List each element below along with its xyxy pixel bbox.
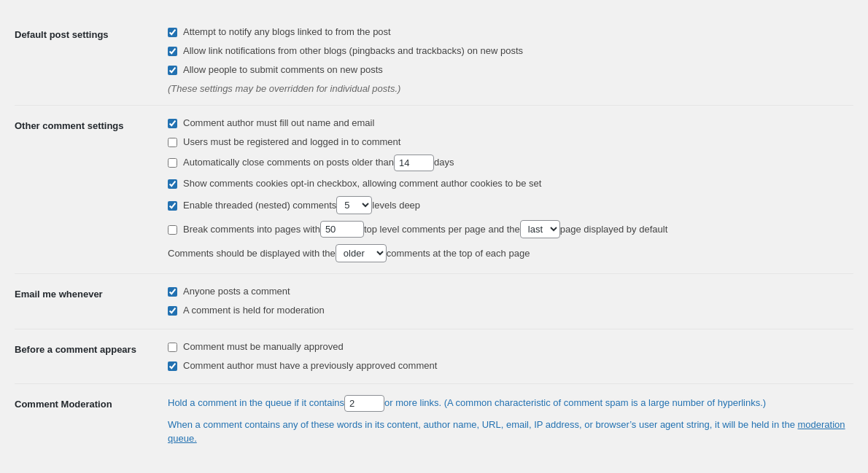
note-text: (These settings may be overridden for in… [168, 83, 846, 94]
checkbox-row: Users must be registered and logged in t… [168, 136, 846, 149]
checkbox-input[interactable] [168, 138, 177, 147]
after-text: comments at the top of each page [387, 247, 530, 260]
middle-text: top level comments per page and the [364, 223, 520, 236]
section-label-comment-moderation: Comment Moderation [15, 383, 160, 457]
checkbox-row: Allow link notifications from other blog… [168, 44, 846, 58]
checkbox-input[interactable] [168, 306, 177, 316]
section-label-before-comment-appears: Before a comment appears [15, 329, 160, 383]
description-row: When a comment contains any of these wor… [168, 418, 846, 446]
after-text: or more links. (A common characteristic … [384, 396, 766, 410]
text-with-input-row: Hold a comment in the queue if it contai… [168, 395, 846, 412]
after-text: page displayed by default [560, 223, 667, 236]
checkbox-row: Comment must be manually approved [168, 340, 846, 353]
section-label-email-me-whenever: Email me whenever [15, 274, 160, 329]
checkbox-row: Attempt to notify any blogs linked to fr… [168, 26, 846, 39]
description-before: When a comment contains any of these wor… [168, 419, 797, 430]
inline-number-input[interactable] [394, 155, 434, 171]
checkbox-row: Comment author must fill out name and em… [168, 117, 846, 130]
checkbox-input[interactable] [168, 225, 177, 235]
section-content-other-comment-settings: Comment author must fill out name and em… [160, 105, 853, 274]
checkbox-input[interactable] [168, 158, 177, 168]
before-text: Comments should be displayed with the [168, 247, 336, 260]
after-text: levels deep [372, 199, 420, 212]
checkbox-input[interactable] [168, 66, 177, 75]
section-content-before-comment-appears: Comment must be manually approvedComment… [160, 329, 853, 383]
checkbox-row: Show comments cookies opt-in checkbox, a… [168, 177, 846, 190]
inline-select[interactable]: lastfirst [520, 220, 560, 238]
inline-select[interactable]: 12345678910 [336, 196, 372, 214]
before-text: Hold a comment in the queue if it contai… [168, 396, 344, 410]
section-content-email-me-whenever: Anyone posts a commentA comment is held … [160, 274, 853, 329]
settings-section-comment-moderation: Comment ModerationHold a comment in the … [15, 383, 853, 457]
checkbox-input[interactable] [168, 179, 177, 189]
checkbox-label: Allow people to submit comments on new p… [183, 63, 383, 77]
checkbox-with-input-select-row: Break comments into pages with top level… [168, 220, 846, 238]
checkbox-row: Allow people to submit comments on new p… [168, 63, 846, 77]
settings-section-other-comment-settings: Other comment settingsComment author mus… [15, 105, 853, 274]
checkbox-label: Allow link notifications from other blog… [183, 44, 523, 58]
checkbox-input[interactable] [168, 28, 177, 37]
settings-table: Default post settingsAttempt to notify a… [15, 15, 853, 457]
settings-section-default-post-settings: Default post settingsAttempt to notify a… [15, 15, 853, 105]
checkbox-label: Comment author must fill out name and em… [183, 117, 374, 130]
section-label-default-post-settings: Default post settings [15, 15, 160, 105]
section-content-comment-moderation: Hold a comment in the queue if it contai… [160, 383, 853, 457]
checkbox-with-input-row: Automatically close comments on posts ol… [168, 155, 846, 171]
checkbox-row: Anyone posts a comment [168, 285, 846, 298]
checkbox-input[interactable] [168, 361, 177, 371]
checkbox-label: Attempt to notify any blogs linked to fr… [183, 26, 391, 39]
checkbox-input[interactable] [168, 343, 177, 352]
checkbox-label: Users must be registered and logged in t… [183, 136, 400, 149]
inline-number-input[interactable] [344, 395, 384, 412]
checkbox-input[interactable] [168, 119, 177, 128]
checkbox-with-select-row: Enable threaded (nested) comments 123456… [168, 196, 846, 214]
settings-section-email-me-whenever: Email me wheneverAnyone posts a commentA… [15, 274, 853, 329]
text-with-select-row: Comments should be displayed with the ol… [168, 244, 846, 262]
before-text: Automatically close comments on posts ol… [183, 156, 394, 169]
checkbox-label: Comment must be manually approved [183, 340, 344, 353]
checkbox-input[interactable] [168, 47, 177, 56]
section-content-default-post-settings: Attempt to notify any blogs linked to fr… [160, 15, 853, 105]
inline-select[interactable]: oldernewer [336, 244, 387, 262]
inline-number-input[interactable] [320, 221, 364, 238]
checkbox-input[interactable] [168, 201, 177, 211]
checkbox-input[interactable] [168, 287, 177, 297]
checkbox-row: A comment is held for moderation [168, 304, 846, 317]
settings-section-before-comment-appears: Before a comment appearsComment must be … [15, 329, 853, 383]
checkbox-label: Comment author must have a previously ap… [183, 359, 437, 372]
checkbox-label: A comment is held for moderation [183, 304, 325, 317]
checkbox-label: Anyone posts a comment [183, 285, 290, 298]
after-text: days [434, 156, 454, 169]
checkbox-label: Show comments cookies opt-in checkbox, a… [183, 177, 541, 190]
section-label-other-comment-settings: Other comment settings [15, 105, 160, 274]
before-text: Break comments into pages with [183, 223, 320, 236]
before-text: Enable threaded (nested) comments [183, 199, 336, 212]
checkbox-row: Comment author must have a previously ap… [168, 359, 846, 372]
